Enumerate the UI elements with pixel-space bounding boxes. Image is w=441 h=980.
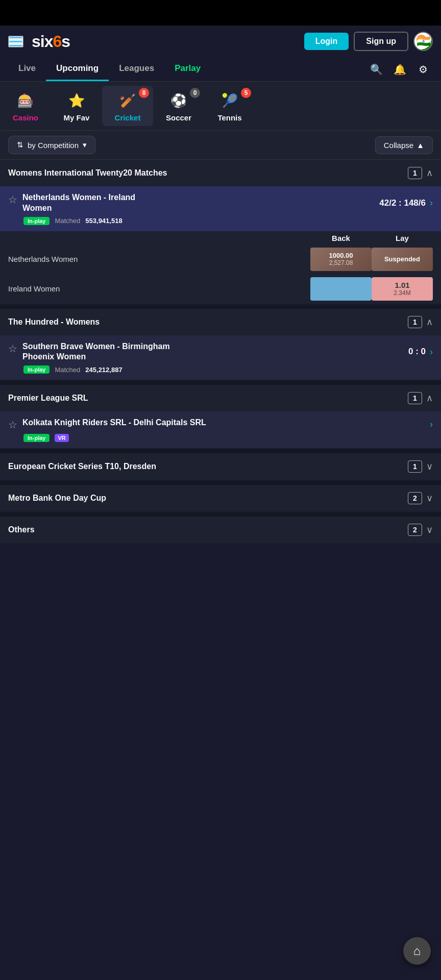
tennis-label: Tennis [217,113,241,122]
odds-lay-iw[interactable]: 1.01 2.34M [372,277,433,301]
sort-arrows-icon: ⇅ [17,140,23,150]
favorite-star-nw-iw[interactable]: ☆ [8,193,17,206]
cricket-label: Cricket [115,113,141,122]
match-teams-nw-iw: Netherlands Women - IrelandWomen [22,192,135,214]
tennis-icon: 🎾 [219,90,240,111]
odds-back-iw[interactable] [310,277,372,301]
nav-tabs: Live Upcoming Leagues Parlay 🔍 🔔 ⚙ [0,57,441,82]
competition-wt20-title: Womens International Twenty20 Matches [8,168,167,178]
competition-wt20-count: 1 [408,167,422,179]
competition-hundred-chevron: ∧ [426,316,433,328]
inplay-badge-nw-iw: In-play [23,217,50,225]
hamburger-menu[interactable] [8,36,23,47]
competition-psl-header[interactable]: Premier League SRL 1 ∧ [0,385,441,411]
match-arrow-nw-iw[interactable]: › [430,198,433,208]
favorite-star-sbw[interactable]: ☆ [8,342,17,355]
bell-button[interactable]: 🔔 [390,60,409,79]
competition-hundred-title: The Hundred - Womens [8,317,100,327]
competition-psl: Premier League SRL 1 ∧ ☆ Kolkata Knight … [0,385,441,448]
soccer-icon: ⚽ [168,90,189,111]
competition-hundred-count: 1 [408,316,422,328]
signup-button[interactable]: Sign up [354,32,408,51]
cricket-icon: 🏏 [117,90,138,111]
competition-mboc-count: 2 [408,492,422,504]
sort-by-competition-button[interactable]: ⇅ by Competition ▾ [8,136,95,154]
match-score-nw-iw: 42/2 : 148/6 [379,198,426,208]
vr-badge-kkr: VR [55,434,68,442]
competition-ecs-header[interactable]: European Cricket Series T10, Dresden 1 ∨ [0,453,441,480]
collapse-button[interactable]: Collapse ▲ [375,136,433,154]
competition-ecs-title: European Cricket Series T10, Dresden [8,462,156,471]
competition-others-title: Others [8,525,35,534]
sport-tab-tennis[interactable]: 🎾 Tennis 5 [204,86,255,126]
filter-bar: ⇅ by Competition ▾ Collapse ▲ [0,131,441,160]
match-teams-kkr: Kolkata Knight Riders SRL - Delhi Capita… [22,418,206,428]
soccer-label: Soccer [166,113,191,122]
odds-back-nw[interactable]: 1000.00 2,527.08 [310,248,372,271]
odds-row-iw: Ireland Women 1.01 2.34M [0,274,441,304]
competition-mboc-header[interactable]: Metro Bank One Day Cup 2 ∨ [0,485,441,511]
status-bar [0,0,441,26]
sort-label: by Competition [28,141,79,150]
match-teams-sbw: Southern Brave Women - BirminghamPhoenix… [22,341,170,363]
favorite-star-kkr[interactable]: ☆ [8,419,17,431]
star-icon: ⭐ [66,90,87,111]
competition-ecs-chevron: ∨ [426,461,433,472]
search-button[interactable]: 🔍 [366,60,386,79]
sport-tabs: 🎰 Casino ⭐ My Fav 🏏 Cricket 8 ⚽ Soccer 0… [0,82,441,131]
matched-amount-sbw: 245,212,887 [85,366,122,374]
competition-hundred: The Hundred - Womens 1 ∧ ☆ Southern Brav… [0,309,441,380]
logo: six6s [32,32,70,51]
soccer-badge: 0 [190,88,200,98]
tab-leagues[interactable]: Leagues [109,57,164,81]
matched-amount-nw-iw: 553,941,518 [85,217,122,225]
competition-hundred-header[interactable]: The Hundred - Womens 1 ∧ [0,309,441,335]
casino-icon: 🎰 [15,90,36,111]
collapse-icon: ▲ [416,141,424,150]
sport-tab-soccer[interactable]: ⚽ Soccer 0 [153,86,204,126]
login-button[interactable]: Login [304,33,349,50]
tab-live[interactable]: Live [8,57,46,81]
matched-label-nw-iw: Matched [55,217,80,225]
match-score-sbw: 0 : 0 [408,347,426,357]
myfav-label: My Fav [64,113,90,122]
competition-wt20-header[interactable]: Womens International Twenty20 Matches 1 … [0,160,441,186]
match-arrow-sbw[interactable]: › [430,347,433,357]
competition-mboc-title: Metro Bank One Day Cup [8,494,106,503]
competition-mboc-chevron: ∨ [426,493,433,504]
casino-label: Casino [13,113,38,122]
competition-others-count: 2 [408,524,422,536]
gear-icon: ⚙ [419,63,428,76]
lay-label: Lay [372,234,433,242]
competition-psl-count: 1 [408,392,422,404]
cricket-badge: 8 [139,88,149,98]
collapse-label: Collapse [384,141,413,150]
chevron-down-icon: ▾ [83,140,87,150]
settings-button[interactable]: ⚙ [413,60,433,79]
match-arrow-kkr[interactable]: › [430,419,433,430]
sport-tab-cricket[interactable]: 🏏 Cricket 8 [102,86,153,126]
competition-others-header[interactable]: Others 2 ∨ [0,517,441,543]
competition-mboc: Metro Bank One Day Cup 2 ∨ [0,485,441,511]
tab-parlay[interactable]: Parlay [164,57,211,81]
search-icon: 🔍 [370,63,383,76]
backlay-header: Back Lay [0,232,441,244]
competition-others-chevron: ∨ [426,524,433,535]
tab-upcoming[interactable]: Upcoming [46,57,109,81]
inplay-badge-kkr: In-play [23,434,50,442]
home-button[interactable]: ⌂ [403,937,431,965]
match-row-sbw-bpw[interactable]: ☆ Southern Brave Women - BirminghamPhoen… [0,335,441,380]
sport-tab-myfav[interactable]: ⭐ My Fav [51,86,102,126]
competition-others: Others 2 ∨ [0,517,441,543]
competition-ecs: European Cricket Series T10, Dresden 1 ∨ [0,453,441,480]
inplay-badge-sbw: In-play [23,365,50,374]
match-row-kkr-dc[interactable]: ☆ Kolkata Knight Riders SRL - Delhi Capi… [0,411,441,448]
bell-icon: 🔔 [394,63,406,76]
tennis-badge: 5 [241,88,251,98]
odds-lay-nw[interactable]: Suspended [372,248,433,271]
sport-tab-casino[interactable]: 🎰 Casino [0,86,51,126]
flag-icon[interactable]: 🇮🇳 [413,32,433,51]
back-label: Back [310,234,372,242]
match-row-nw-iw[interactable]: ☆ Netherlands Women - IrelandWomen 42/2 … [0,186,441,231]
odds-row-nw: Netherlands Women 1000.00 2,527.08 Suspe… [0,244,441,274]
